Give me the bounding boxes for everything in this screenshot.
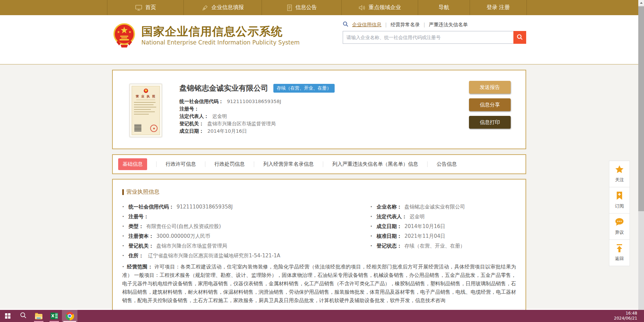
tab-divider	[427, 161, 428, 167]
status-badge: 存续（在营、开业、在册）	[273, 84, 335, 93]
search-tab-abnormal-operations[interactable]: 经营异常名录	[391, 22, 420, 28]
windows-logo-icon	[5, 313, 10, 319]
field-company-name: 企业名称：盘锦铭志金诚实业有限公司	[370, 204, 516, 210]
section-title-bar	[122, 189, 124, 195]
nav-item-announcements[interactable]: 信息公告	[262, 0, 341, 15]
field-registration-authority: 登记机关：盘锦市兴隆台区市场监督管理局	[122, 243, 370, 249]
chrome-button[interactable]	[62, 310, 77, 322]
file-explorer-icon	[35, 314, 42, 319]
nav-label: 登录 注册	[486, 4, 510, 11]
share-info-button[interactable]: 信息分享	[469, 98, 511, 111]
document-icon	[286, 4, 293, 11]
top-nav: 首页 企业信息填报 信息公告	[0, 0, 638, 15]
nav-label: 导航	[439, 4, 449, 11]
field-address: 住所： 辽宁省盘锦市兴隆台区惠宾街道盐碱地研究所1-54-121-1A	[122, 253, 516, 259]
license-red-seal-icon	[150, 125, 158, 132]
brand: 国家企业信用信息公示系统 National Enterprise Credit …	[112, 22, 300, 50]
tab-basic-info[interactable]: 基础信息	[118, 158, 147, 170]
field-registration-status: 登记状态：存续（在营、开业、在册）	[370, 243, 516, 249]
search-tab-serious-violations[interactable]: 严重违法失信名单	[429, 22, 468, 28]
tab-administrative-penalty[interactable]: 行政处罚信息	[214, 161, 245, 167]
side-toolbar: 关注 订阅 异议 返回	[609, 161, 630, 266]
field-registered-capital: 注册资本：3000.000000万人民币	[122, 233, 370, 239]
excel-button[interactable]: X	[46, 310, 62, 322]
taskbar-search-icon	[20, 312, 27, 320]
star-icon	[615, 165, 624, 175]
search-icon	[516, 34, 523, 41]
main-content: 营 业 执 照 盘锦铭志金诚实业有限公司 存续（在营、开业、在册） 统一社会	[0, 64, 638, 309]
nav-label: 企业信息填报	[211, 4, 244, 11]
chrome-icon	[66, 312, 74, 320]
nav-item-login-register[interactable]: 登录 注册	[470, 0, 527, 15]
nav-item-navigation[interactable]: 导航	[418, 0, 470, 15]
back-to-top-icon	[615, 244, 623, 254]
tab-serious-violations-blacklist[interactable]: 列入严重违法失信名单（黑名单）信息	[332, 161, 418, 167]
nav-label: 信息公告	[296, 4, 317, 11]
file-explorer-button[interactable]	[31, 310, 46, 322]
license-fields-grid: 统一社会信用代码：91211100318659358J 企业名称：盘锦铭志金诚实…	[122, 204, 516, 249]
company-summary-card: 营 业 执 照 盘锦铭志金诚实业有限公司 存续（在营、开业、在册） 统一社会	[112, 70, 526, 149]
tab-abnormal-operations-list[interactable]: 列入经营异常名录信息	[263, 161, 314, 167]
monitor-icon	[135, 4, 142, 11]
license-emblem-icon	[144, 89, 148, 93]
taskbar-search-button[interactable]	[15, 310, 31, 322]
windows-taskbar: X 16:48 2024/06/21	[0, 310, 644, 322]
info-tabs-bar: 基础信息 行政许可信息 行政处罚信息 列入经营异常名录信息 列入严重违法失信名单…	[112, 154, 526, 174]
site-subtitle: National Enterprise Credit Information P…	[141, 39, 300, 46]
national-emblem-logo	[112, 22, 137, 50]
pen-icon	[202, 4, 208, 11]
clock-time: 16:48	[614, 311, 637, 316]
excel-icon: X	[50, 313, 58, 319]
field-company-type: 类型：有限责任公司(自然人投资或控股)	[122, 223, 370, 230]
clock-date: 2024/06/21	[614, 316, 637, 321]
nav-label: 首页	[145, 4, 156, 11]
business-license-info-card: 营业执照信息 统一社会信用代码：91211100318659358J 企业名称：…	[112, 179, 526, 322]
field-approval-date: 核准日期：2021年11月04日	[370, 233, 516, 239]
field-business-scope: 经营范围： 许可项目：各类工程建设活动，住宅室内装饰装修，危险化学品经营（依法须…	[122, 263, 516, 305]
tab-announcement-info[interactable]: 公告信息	[437, 161, 457, 167]
browser-viewport: 首页 企业信息填报 信息公告	[0, 0, 638, 322]
license-text-lines	[134, 102, 158, 116]
search-button[interactable]	[513, 31, 526, 44]
start-button[interactable]	[0, 310, 15, 322]
nav-item-home[interactable]: 首页	[107, 0, 183, 15]
tab-divider	[156, 161, 157, 167]
search-tab-divider: |	[423, 22, 425, 27]
scrollbar-up-arrow[interactable]	[638, 0, 644, 6]
site-title: 国家企业信用信息公示系统	[141, 25, 300, 38]
search-tab-divider: |	[385, 22, 387, 27]
search-box: 企业信用信息 | 经营异常名录 | 严重违法失信名单	[343, 21, 527, 44]
nav-menu: 首页 企业信息填报 信息公告	[107, 0, 527, 15]
section-title: 营业执照信息	[122, 188, 516, 196]
field-establishment-date: 成立日期：2014年10月16日	[370, 223, 516, 230]
company-name: 盘锦铭志金诚实业有限公司	[179, 83, 268, 93]
search-category-icon	[343, 21, 348, 28]
follow-button[interactable]: 关注	[609, 161, 630, 187]
nav-item-key-field-enterprises[interactable]: 重点领域企业	[341, 0, 418, 15]
browser-scrollbar[interactable]	[638, 0, 644, 310]
dispute-button[interactable]: 异议	[609, 213, 630, 240]
search-input[interactable]	[343, 31, 513, 44]
chat-bubble-icon	[615, 218, 624, 228]
speaker-icon	[359, 5, 366, 11]
scrollbar-thumb[interactable]	[638, 6, 644, 211]
license-qr-code	[134, 124, 141, 131]
search-tab-enterprise-credit[interactable]: 企业信用信息	[352, 22, 381, 28]
print-info-button[interactable]: 信息打印	[469, 116, 511, 129]
tab-divider	[254, 161, 254, 167]
nav-item-enterprise-filing[interactable]: 企业信息填报	[183, 0, 262, 15]
nav-label: 重点领域企业	[369, 4, 401, 11]
send-report-button[interactable]: 发送报告	[469, 81, 511, 94]
search-tabs: 企业信用信息 | 经营异常名录 | 严重违法失信名单	[343, 21, 527, 28]
license-title: 营 业 执 照	[136, 94, 156, 99]
tab-divider	[323, 161, 323, 167]
business-license-thumbnail: 营 业 执 照	[130, 84, 162, 137]
subscribe-icon	[615, 191, 623, 201]
subscribe-button[interactable]: 订阅	[609, 187, 630, 214]
site-header: 国家企业信用信息公示系统 National Enterprise Credit …	[0, 15, 638, 64]
tab-administrative-licensing[interactable]: 行政许可信息	[166, 161, 196, 167]
back-to-top-button[interactable]: 返回	[609, 239, 630, 266]
taskbar-clock[interactable]: 16:48 2024/06/21	[614, 311, 637, 321]
field-credit-code: 统一社会信用代码：91211100318659358J	[122, 204, 370, 210]
company-actions: 发送报告 信息分享 信息打印	[469, 81, 511, 129]
